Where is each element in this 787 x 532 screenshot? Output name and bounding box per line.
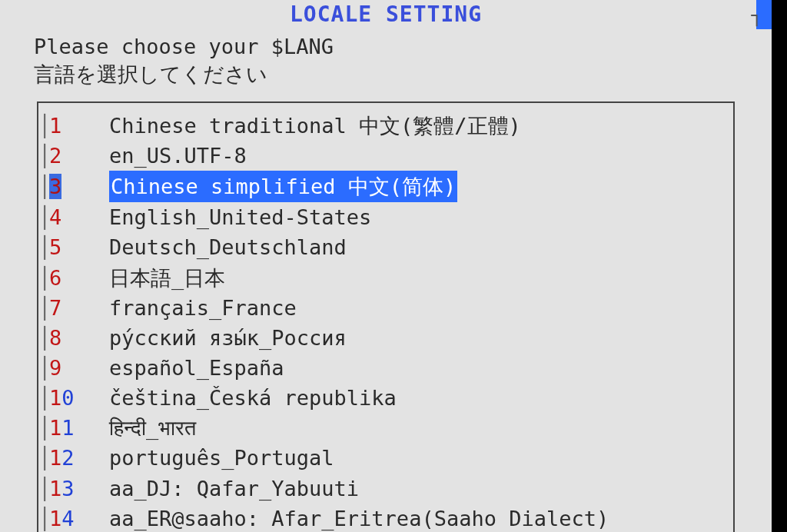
locale-item[interactable]: │2en_US.UTF-8 (38, 141, 733, 171)
row-number: 6 (49, 263, 109, 293)
row-border-icon: │ (38, 293, 49, 323)
locale-dialog: LOCALE SETTING ┐ Please choose your $LAN… (0, 0, 772, 532)
row-border-icon: │ (38, 474, 49, 504)
row-label: en_US.UTF-8 (109, 141, 247, 171)
row-number: 10 (49, 383, 109, 413)
row-number: 14 (49, 504, 109, 532)
row-label: Chinese traditional 中文(繁體/正體) (109, 111, 521, 141)
row-label: čeština_Česká republika (109, 383, 397, 413)
row-border-icon: │ (38, 383, 49, 413)
row-number: 12 (49, 443, 109, 473)
row-border-icon: │ (38, 111, 49, 141)
row-label: हिन्दी_भारत (109, 413, 196, 443)
locale-item[interactable]: │9español_España (38, 353, 733, 383)
locale-item[interactable]: │13aa_DJ: Qafar_Yabuuti (38, 474, 733, 504)
row-label: français_France (109, 293, 297, 323)
locale-item[interactable]: │8ру́сский язы́к_Россия (38, 323, 733, 353)
row-border-icon: │ (38, 232, 49, 262)
prompt-line-jp: 言語を選択してください (34, 61, 738, 88)
locale-item[interactable]: │4English_United-States (38, 202, 733, 232)
row-number: 1 (49, 111, 109, 141)
row-label: 日本語_日本 (109, 263, 225, 293)
prompt-line-en: Please choose your $LANG (34, 33, 738, 61)
locale-item[interactable]: │5Deutsch_Deutschland (38, 232, 733, 262)
locale-item[interactable]: │11हिन्दी_भारत (38, 413, 733, 443)
row-number: 3 (49, 171, 109, 201)
locale-item[interactable]: │10čeština_Česká republika (38, 383, 733, 413)
row-border-icon: │ (38, 202, 49, 232)
row-label: español_España (109, 353, 284, 383)
row-label: English_United-States (109, 202, 371, 232)
row-label: ру́сский язы́к_Россия (109, 323, 347, 353)
row-label: aa_DJ: Qafar_Yabuuti (109, 474, 359, 504)
row-number: 7 (49, 293, 109, 323)
row-number: 13 (49, 474, 109, 504)
row-border-icon: │ (38, 504, 49, 532)
dialog-title: LOCALE SETTING (290, 2, 482, 27)
row-label: Chinese simplified 中文(简体) (109, 171, 457, 202)
row-border-icon: │ (38, 323, 49, 353)
locale-item[interactable]: │14aa_ER@saaho: Afar_Eritrea(Saaho Diale… (38, 504, 733, 532)
row-border-icon: │ (38, 443, 49, 473)
row-label: português_Portugal (109, 443, 334, 473)
locale-item[interactable]: │12português_Portugal (38, 443, 733, 473)
row-border-icon: │ (38, 353, 49, 383)
row-number: 4 (49, 202, 109, 232)
locale-item[interactable]: │6日本語_日本 (38, 263, 733, 293)
locale-item[interactable]: │7français_France (38, 293, 733, 323)
row-border-icon: │ (38, 413, 49, 443)
title-bar: LOCALE SETTING ┐ (0, 0, 772, 27)
row-number: 5 (49, 232, 109, 262)
locale-list[interactable]: │1Chinese traditional 中文(繁體/正體)│2en_US.U… (37, 101, 735, 532)
prompt-text: Please choose your $LANG 言語を選択してください (0, 27, 772, 91)
row-label: aa_ER@saaho: Afar_Eritrea(Saaho Dialect) (109, 504, 609, 532)
locale-item[interactable]: │3Chinese simplified 中文(简体) (38, 171, 733, 202)
row-border-icon: │ (38, 263, 49, 293)
row-border-icon: │ (38, 141, 49, 171)
row-label: Deutsch_Deutschland (109, 232, 347, 262)
row-number: 11 (49, 413, 109, 443)
row-number: 9 (49, 353, 109, 383)
locale-item[interactable]: │1Chinese traditional 中文(繁體/正體) (38, 111, 733, 141)
row-number: 2 (49, 141, 109, 171)
row-border-icon: │ (38, 171, 49, 201)
row-number: 8 (49, 323, 109, 353)
border-corner-icon: ┐ (752, 5, 762, 26)
